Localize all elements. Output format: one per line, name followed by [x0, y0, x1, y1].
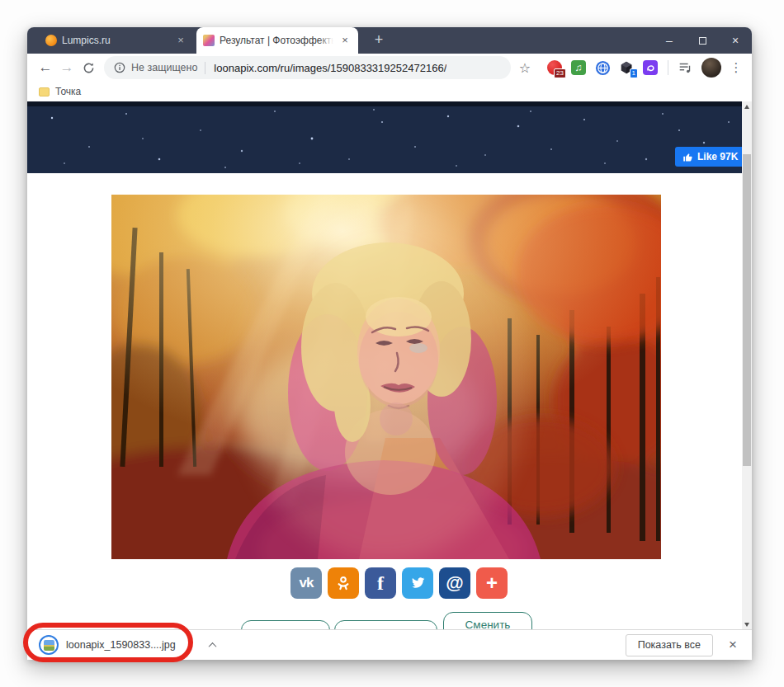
- downloaded-file-item[interactable]: loonapix_1590833....jpg: [39, 635, 226, 655]
- browser-menu-icon[interactable]: ⋮: [728, 58, 744, 78]
- scrollbar-thumb[interactable]: [743, 154, 751, 466]
- globe-icon: [595, 60, 611, 76]
- chevron-up-icon: [209, 642, 217, 650]
- extension-cube[interactable]: 1: [618, 59, 635, 76]
- mailru-at-icon: @: [446, 572, 463, 594]
- plus-icon: +: [486, 572, 498, 595]
- like-label: Like 97K: [697, 151, 738, 162]
- extension-globe[interactable]: [594, 59, 611, 76]
- downloaded-file-name[interactable]: loonapix_1590833....jpg: [66, 639, 176, 651]
- extension-purple[interactable]: [642, 59, 659, 76]
- tab-lumpics[interactable]: Lumpics.ru ×: [39, 27, 194, 54]
- minimize-button[interactable]: –: [653, 27, 686, 54]
- odnoklassniki-icon: [335, 575, 352, 591]
- action-button-1[interactable]: [241, 620, 330, 629]
- tab-result-active[interactable]: Результат | Фотоэффекты онлай ×: [196, 27, 358, 54]
- page-content: Like 97K: [27, 101, 752, 629]
- thumbs-up-icon: [682, 152, 693, 162]
- toolbar-divider: [668, 60, 668, 75]
- loonapix-favicon: [203, 35, 215, 46]
- extension-badge: 1: [630, 68, 638, 78]
- screenshot-stage: Lumpics.ru × Результат | Фотоэффекты онл…: [0, 0, 784, 687]
- address-bar[interactable]: Не защищено loonapix.com/ru/images/15908…: [104, 56, 511, 79]
- tab-bar: Lumpics.ru × Результат | Фотоэффекты онл…: [27, 27, 752, 54]
- browser-window: Lumpics.ru × Результат | Фотоэффекты онл…: [27, 27, 752, 660]
- bookmark-star-icon[interactable]: ☆: [515, 58, 535, 78]
- purple-extension-icon: [643, 60, 658, 75]
- starry-header: Like 97K: [27, 101, 742, 173]
- triangle-down-icon: [744, 623, 749, 627]
- action-button-2[interactable]: [334, 620, 437, 629]
- lumpics-favicon: [45, 35, 57, 46]
- vk-share-button[interactable]: vk: [290, 567, 322, 599]
- omnibox-divider: [205, 62, 205, 74]
- show-all-label: Показать все: [638, 639, 701, 651]
- bookmarks-bar: Точка: [27, 82, 752, 101]
- vk-icon: vk: [300, 575, 314, 591]
- tab-close-icon[interactable]: ×: [174, 34, 187, 47]
- result-photo: [111, 195, 661, 559]
- mailru-share-button[interactable]: @: [439, 567, 470, 599]
- maximize-button[interactable]: [686, 27, 719, 54]
- triangle-up-icon: [744, 105, 749, 109]
- twitter-share-button[interactable]: [402, 567, 433, 599]
- file-menu-chevron[interactable]: [205, 637, 221, 653]
- forward-button[interactable]: →: [56, 57, 78, 78]
- toolbar: ← → Не защищено loonapix.com/ru/images/1…: [27, 54, 752, 82]
- new-tab-button[interactable]: +: [367, 31, 390, 50]
- show-all-downloads-button[interactable]: Показать все: [626, 634, 713, 656]
- download-shelf: loonapix_1590833....jpg Показать все ×: [27, 629, 752, 660]
- tab-label: Результат | Фотоэффекты онлай: [220, 35, 333, 46]
- extension-red[interactable]: 23: [546, 59, 563, 76]
- folder-icon: [39, 87, 50, 96]
- extension-music[interactable]: ♫: [570, 59, 587, 76]
- more-share-button[interactable]: +: [476, 567, 508, 599]
- tab-close-icon[interactable]: ×: [338, 34, 352, 47]
- change-photo-label: Сменить: [465, 619, 511, 629]
- media-playlist-icon[interactable]: [675, 58, 695, 78]
- facebook-like-button[interactable]: Like 97K: [675, 147, 745, 167]
- social-share-row: vk f @: [290, 567, 508, 599]
- window-controls: – ×: [653, 27, 752, 54]
- facebook-icon: f: [377, 572, 384, 595]
- maximize-icon: [699, 37, 706, 45]
- twitter-bird-icon: [409, 575, 426, 591]
- facebook-share-button[interactable]: f: [365, 567, 396, 599]
- tab-label: Lumpics.ru: [62, 35, 169, 46]
- close-shelf-icon[interactable]: ×: [724, 636, 742, 654]
- back-button[interactable]: ←: [35, 57, 56, 78]
- image-thumbnail-icon: [44, 640, 54, 651]
- scroll-up-arrow[interactable]: [742, 101, 752, 111]
- change-photo-button[interactable]: Сменить: [443, 612, 532, 629]
- scroll-down-arrow[interactable]: [742, 619, 752, 629]
- close-window-button[interactable]: ×: [719, 27, 752, 54]
- profile-avatar[interactable]: [701, 58, 721, 78]
- reload-button[interactable]: [78, 57, 99, 78]
- download-progress-icon: [39, 635, 59, 655]
- info-icon: [114, 62, 125, 73]
- page-scrollbar[interactable]: [742, 101, 752, 629]
- security-label[interactable]: Не защищено: [131, 62, 197, 73]
- extension-badge: 23: [554, 68, 566, 78]
- bookmark-folder[interactable]: Точка: [55, 86, 81, 97]
- url-text[interactable]: loonapix.com/ru/images/15908333192524721…: [214, 62, 446, 74]
- stars: [27, 101, 742, 173]
- reload-icon: [83, 62, 95, 74]
- music-note-icon: ♫: [571, 60, 586, 75]
- odnoklassniki-share-button[interactable]: [328, 567, 359, 599]
